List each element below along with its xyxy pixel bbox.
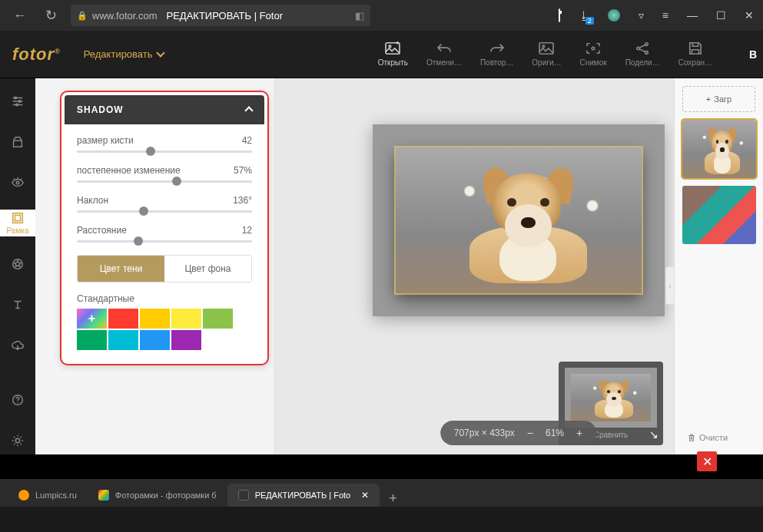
- svg-point-1: [389, 45, 391, 48]
- svg-point-6: [645, 43, 649, 46]
- color-swatch[interactable]: [171, 309, 201, 329]
- zoom-percent: 61%: [546, 428, 564, 438]
- zoom-out-button[interactable]: −: [527, 427, 533, 439]
- favicon: [18, 490, 29, 501]
- open-button[interactable]: Открыть: [378, 41, 408, 67]
- browser-tab-1[interactable]: Lumpics.ru: [8, 484, 88, 507]
- browser-tab-3[interactable]: РЕДАКТИРОВАТЬ | Foto ✕: [227, 484, 380, 507]
- minimize-icon[interactable]: —: [687, 9, 698, 21]
- collapse-icon[interactable]: [244, 106, 253, 114]
- navigator-collapse-icon[interactable]: ↘: [649, 428, 659, 441]
- bg-color-tab[interactable]: Цвет фона: [164, 256, 251, 282]
- url-domain: www.fotor.com: [92, 10, 158, 21]
- adjust-icon[interactable]: [0, 88, 35, 114]
- svg-point-7: [645, 51, 649, 55]
- main-photo: [396, 147, 642, 293]
- header-right-label[interactable]: B: [749, 48, 757, 61]
- cloud-icon[interactable]: [0, 332, 35, 359]
- download-icon[interactable]: ⭳2: [579, 9, 589, 21]
- edit-menu[interactable]: Редактировать: [84, 48, 164, 60]
- menu-icon[interactable]: ≡: [662, 9, 668, 21]
- back-button[interactable]: ←: [9, 8, 31, 24]
- canvas-area[interactable]: Сравнить ↘ 707px × 433px − 61% + › + Заг…: [274, 78, 763, 454]
- shadow-color-tab[interactable]: Цвет тени: [78, 256, 164, 282]
- browser-bar: ← ↻ 🔒 www.fotor.com РЕДАКТИРОВАТЬ | Foto…: [0, 0, 763, 31]
- svg-rect-0: [386, 43, 400, 54]
- svg-point-16: [15, 439, 19, 443]
- redo-button[interactable]: Повтор…: [480, 41, 513, 67]
- svg-point-8: [15, 97, 17, 99]
- svg-point-9: [18, 100, 21, 102]
- help-icon[interactable]: [0, 387, 35, 414]
- bookmark-menu-icon[interactable]: ▿: [639, 9, 644, 21]
- close-overlay-button[interactable]: ✕: [697, 451, 717, 471]
- frame-tool[interactable]: Рамка: [0, 210, 35, 236]
- image-frame[interactable]: [373, 124, 665, 316]
- address-bar[interactable]: 🔒 www.fotor.com РЕДАКТИРОВАТЬ | Fotor ◧: [71, 5, 370, 26]
- angle-slider[interactable]: Наклон136°: [77, 195, 252, 213]
- rail-collapse-handle[interactable]: ›: [665, 266, 675, 305]
- color-swatch[interactable]: [140, 309, 170, 329]
- settings-icon[interactable]: [0, 428, 35, 454]
- right-rail: › + Загр Очисти: [674, 78, 763, 454]
- thumbnail-1[interactable]: [682, 120, 756, 178]
- swatches: +: [77, 309, 252, 350]
- svg-rect-13: [15, 216, 20, 221]
- sidebar: Рамка: [0, 78, 35, 454]
- battery-icon: [559, 9, 560, 21]
- bookmark-icon[interactable]: ◧: [355, 10, 364, 21]
- browser-tab-2[interactable]: Фоторамки - фоторамки б: [88, 484, 227, 507]
- load-button[interactable]: + Загр: [682, 86, 755, 112]
- url-title: РЕДАКТИРОВАТЬ | Fotor: [167, 10, 283, 21]
- color-swatch[interactable]: [108, 309, 138, 329]
- colors-label: Стандартные: [77, 293, 252, 304]
- add-color-swatch[interactable]: +: [77, 309, 107, 329]
- svg-point-4: [592, 47, 595, 50]
- bottom-strip: ✕: [0, 454, 763, 479]
- text-icon[interactable]: [0, 292, 35, 319]
- svg-rect-2: [539, 43, 553, 54]
- color-swatch[interactable]: [77, 330, 107, 350]
- panel-header[interactable]: SHADOW: [65, 95, 264, 124]
- favicon: [238, 490, 249, 501]
- lock-icon: 🔒: [77, 11, 88, 21]
- save-button[interactable]: Сохран…: [678, 41, 712, 67]
- effects-icon[interactable]: [0, 128, 35, 155]
- svg-point-5: [637, 47, 640, 50]
- clear-button[interactable]: Очисти: [682, 428, 755, 447]
- shadow-panel: SHADOW размер кисти42 постепенное измене…: [60, 91, 269, 365]
- maximize-icon[interactable]: ☐: [716, 9, 726, 21]
- distance-slider[interactable]: Расстояние12: [77, 225, 252, 243]
- browser-tabs: Lumpics.ru Фоторамки - фоторамки б РЕДАК…: [0, 479, 763, 507]
- app-header: fotor® Редактировать Открыть Отмени… Пов…: [0, 31, 763, 78]
- canvas-dimensions: 707px × 433px: [454, 428, 515, 438]
- stickers-icon[interactable]: [0, 250, 35, 277]
- new-tab-button[interactable]: +: [380, 491, 406, 507]
- brush-slider[interactable]: размер кисти42: [77, 135, 252, 153]
- share-button[interactable]: Подели…: [625, 41, 660, 67]
- snapshot-button[interactable]: Снимок: [580, 41, 607, 67]
- color-swatch[interactable]: [171, 330, 201, 350]
- svg-point-3: [542, 45, 545, 48]
- fade-slider[interactable]: постепенное изменение57%: [77, 165, 252, 183]
- favicon: [98, 490, 109, 501]
- zoom-in-button[interactable]: +: [576, 427, 582, 439]
- undo-button[interactable]: Отмени…: [426, 41, 462, 67]
- zoom-bar: 707px × 433px − 61% +: [440, 421, 596, 445]
- close-window-icon[interactable]: ✕: [745, 9, 754, 21]
- color-swatch[interactable]: [140, 330, 170, 350]
- color-swatch[interactable]: [108, 330, 138, 350]
- thumbnail-2[interactable]: [682, 186, 756, 244]
- toolbar: Открыть Отмени… Повтор… Ориги… Снимок По…: [378, 41, 751, 67]
- svg-point-10: [16, 104, 18, 106]
- beauty-icon[interactable]: [0, 169, 35, 196]
- close-tab-icon[interactable]: ✕: [361, 490, 369, 501]
- profile-icon[interactable]: [608, 9, 620, 21]
- reload-button[interactable]: ↻: [40, 7, 61, 24]
- logo[interactable]: fotor®: [12, 45, 61, 64]
- color-swatch[interactable]: [203, 309, 233, 329]
- original-button[interactable]: Ориги…: [532, 41, 561, 67]
- svg-point-11: [16, 181, 19, 184]
